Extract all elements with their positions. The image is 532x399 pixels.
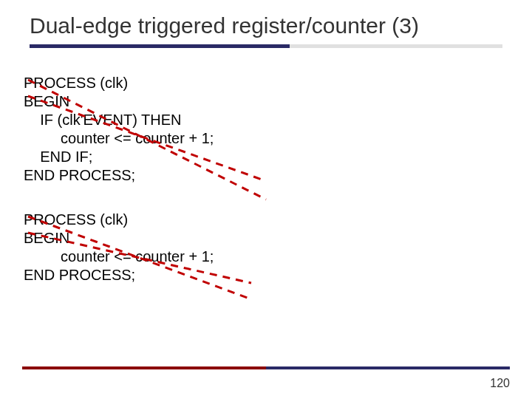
slide-container: Dual-edge triggered register/counter (3)… — [0, 0, 532, 399]
code1-line3: IF (clk'EVENT) THEN — [24, 112, 181, 128]
footer-divider — [22, 366, 510, 369]
code1-line1: PROCESS (clk) — [24, 75, 128, 91]
code-block-2: PROCESS (clk) BEGIN counter <= counter +… — [24, 211, 510, 284]
title-underline — [30, 44, 502, 48]
code-block-1: PROCESS (clk) BEGIN IF (clk'EVENT) THEN … — [24, 74, 510, 185]
code-block-2-wrapper: PROCESS (clk) BEGIN counter <= counter +… — [22, 211, 510, 284]
code1-line4: counter <= counter + 1; — [24, 130, 214, 146]
page-number: 120 — [490, 377, 510, 390]
code1-line2: BEGIN — [24, 93, 69, 109]
code2-line2: BEGIN — [24, 230, 69, 246]
code-block-1-wrapper: PROCESS (clk) BEGIN IF (clk'EVENT) THEN … — [22, 74, 510, 185]
slide-title: Dual-edge triggered register/counter (3) — [30, 13, 510, 44]
code2-line3: counter <= counter + 1; — [24, 248, 214, 265]
code2-line4: END PROCESS; — [24, 267, 135, 283]
code2-line1: PROCESS (clk) — [24, 211, 128, 228]
code1-line5: END IF; — [24, 149, 92, 165]
code1-line6: END PROCESS; — [24, 167, 135, 183]
